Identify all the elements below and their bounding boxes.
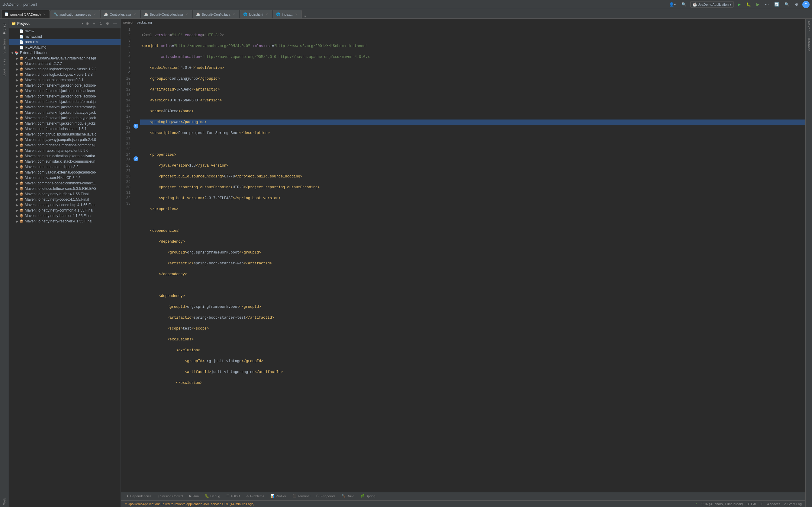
tab-build[interactable]: 🔨 Build — [338, 493, 357, 500]
tree-item-mvnw-cmd[interactable]: 📄 mvnw.cmd — [9, 34, 120, 39]
tree-item-commons-codec[interactable]: ▶ 📦 Maven: commons-codec:commons-codec:1… — [9, 180, 120, 186]
tab-more-button[interactable]: ▾ — [302, 14, 308, 18]
tree-item-netty-common[interactable]: ▶ 📦 Maven: io.netty:netty-common:4.1.55.… — [9, 208, 120, 213]
activity-bookmarks[interactable]: Bookmarks — [2, 56, 7, 79]
status-line-sep[interactable]: LF — [758, 502, 765, 506]
tree-item-classmate[interactable]: ▶ 📦 Maven: com.fasterxml:classmate:1.5.1 — [9, 126, 120, 131]
tree-item-jsonpath[interactable]: ▶ 📦 Maven: com.jayway.jsonpath:json-path… — [9, 137, 120, 143]
vcs-button[interactable]: 👤▾ — [668, 1, 677, 7]
breadcrumb-part-project[interactable]: project — [123, 20, 133, 24]
tree-item-netty-buffer[interactable]: ▶ 📦 Maven: io.netty:netty-buffer:4.1.55.… — [9, 191, 120, 197]
tree-item-hppc[interactable]: ▶ 📦 Maven: com.carrotsearch:hppc:0.8.1 — [9, 77, 120, 83]
tree-item-jakarta-activation[interactable]: ▶ 📦 Maven: com.sun.activation:jakarta.ac… — [9, 153, 120, 159]
tab-app-props-close[interactable]: ✕ — [92, 12, 97, 16]
tab-dependencies[interactable]: ⬇ Dependencies — [123, 493, 154, 500]
tab-controller-close[interactable]: ✕ — [133, 12, 137, 16]
status-event-log[interactable]: 2 Event Log — [782, 502, 804, 506]
tree-file-icon: 📦 — [19, 62, 23, 66]
tree-item-mvnw[interactable]: 📄 mvnw — [9, 29, 120, 34]
run-with-coverage-button[interactable]: ▶ — [755, 1, 761, 7]
tree-item-netty-codec-http[interactable]: ▶ 📦 Maven: io.netty:netty-codec-http:4.1… — [9, 202, 120, 208]
tab-application-properties[interactable]: 🔧 application.properties ✕ — [50, 10, 100, 18]
side-panel-scope-icon[interactable]: ⊕ — [85, 20, 90, 26]
activity-project[interactable]: Project — [2, 20, 7, 36]
side-panel-collapse-all[interactable]: ≡ — [92, 20, 96, 26]
side-panel-sort[interactable]: ⇅ — [98, 20, 103, 26]
project-name[interactable]: JPADemo — [2, 2, 18, 7]
run-button[interactable]: ▶ — [736, 1, 742, 7]
tree-arrow: ▶ — [15, 122, 19, 125]
tab-todo[interactable]: ☰ TODO — [223, 493, 243, 500]
tab-index-close[interactable]: ✕ — [294, 12, 298, 16]
tree-item-mustache[interactable]: ▶ 📦 Maven: com.github.spullara.mustache.… — [9, 131, 120, 137]
search-button[interactable]: 🔍 — [783, 1, 791, 7]
tree-item-istack[interactable]: ▶ 📦 Maven: com.sun.istack:istack-commons… — [9, 159, 120, 164]
tab-index[interactable]: 🌐 index... ✕ — [273, 10, 301, 18]
tab-version-control[interactable]: ↕ Version Control — [154, 493, 186, 500]
activity-structure[interactable]: Structure — [2, 36, 7, 56]
tab-profiler[interactable]: 📊 Profiler — [267, 493, 289, 500]
tree-item-hikari[interactable]: ▶ 📦 Maven: com.zaxxer:HikariCP:3.4.5 — [9, 175, 120, 180]
right-panel-database[interactable]: Database — [806, 34, 812, 54]
status-encoding[interactable]: UTF-8 — [745, 502, 758, 506]
tab-security-cfg-close[interactable]: ✕ — [232, 12, 236, 16]
tab-login-html[interactable]: 🌐 login.html ✕ — [240, 10, 272, 18]
tree-item-jackson-dataformat-1[interactable]: ▶ 📦 Maven: com.fasterxml.jackson.datafor… — [9, 99, 120, 104]
settings-button[interactable]: ⚙ — [793, 1, 800, 7]
tree-item-jackson-2[interactable]: ▶ 📦 Maven: com.fasterxml.jackson.core:ja… — [9, 88, 120, 94]
tab-pom-xml[interactable]: 📄 pom.xml (JPADemo) ✕ — [1, 10, 50, 18]
run-config-selector[interactable]: ☕ JpaDemoApplication ▾ — [690, 1, 734, 7]
tab-pom-xml-close[interactable]: ✕ — [42, 12, 47, 16]
tab-run[interactable]: ▶ Run — [186, 493, 202, 500]
tree-item-jackson-datatype-2[interactable]: ▶ 📦 Maven: com.fasterxml.jackson.datatyp… — [9, 115, 120, 121]
tree-item-jdk[interactable]: ▶ 📦 < 1.8 > /Library/Java/JavaVirtualMac… — [9, 56, 120, 61]
search-everywhere-button[interactable]: 🔍 — [680, 1, 688, 7]
tab-security-controller[interactable]: ☕ SecurityController.java ✕ — [141, 10, 192, 18]
tree-item-vaadin[interactable]: ▶ 📦 Maven: com.vaadin.external.google:an… — [9, 170, 120, 175]
tree-item-jackson-3[interactable]: ▶ 📦 Maven: com.fasterxml.jackson.core:ja… — [9, 94, 120, 99]
status-check[interactable]: ✓ — [693, 502, 700, 506]
tree-item-tdigest[interactable]: ▶ 📦 Maven: com.tdunning:t-digest:3.2 — [9, 164, 120, 170]
tab-controller[interactable]: ☕ Controller.java ✕ — [101, 10, 140, 18]
update-button[interactable]: 🔄 — [773, 1, 780, 7]
right-panel-maven[interactable]: Maven — [806, 19, 812, 34]
tree-item-jackson-module[interactable]: ▶ 📦 Maven: com.fasterxml.jackson.module:… — [9, 121, 120, 126]
tree-item-netty-codec[interactable]: ▶ 📦 Maven: io.netty:netty-codec:4.1.55.F… — [9, 197, 120, 202]
tree-item-readme[interactable]: 📄 README.md — [9, 45, 120, 50]
more-run-options[interactable]: ⋯ — [763, 1, 770, 7]
tab-security-config[interactable]: ☕ SecurityConfig.java ✕ — [193, 10, 240, 18]
debug-button[interactable]: 🐛 — [745, 1, 753, 7]
tree-item-jackson-dataformat-2[interactable]: ▶ 📦 Maven: com.fasterxml.jackson.datafor… — [9, 104, 120, 110]
code-content[interactable]: <?xml version="1.0" encoding="UTF-8"?> <… — [139, 26, 805, 492]
tab-terminal[interactable]: ⬛ Terminal — [289, 493, 314, 500]
tree-item-logback-classic[interactable]: ▶ 📦 Maven: ch.qos.logback:logback-classi… — [9, 66, 120, 72]
tree-item-jackson-datatype-1[interactable]: ▶ 📦 Maven: com.fasterxml.jackson.datatyp… — [9, 110, 120, 115]
tree-item-external-libraries[interactable]: ▼ 📚 External Libraries — [9, 50, 120, 56]
tree-item-mchange[interactable]: ▶ 📦 Maven: com.mchange:mchange-commons-j — [9, 143, 120, 148]
tree-item-logback-core[interactable]: ▶ 📦 Maven: ch.qos.logback:logback-core:1… — [9, 72, 120, 77]
gutter-indicator-20[interactable]: ⟳ — [134, 124, 138, 128]
tree-item-jackson-1[interactable]: ▶ 📦 Maven: com.fasterxml.jackson.core:ja… — [9, 83, 120, 88]
user-avatar[interactable]: Y — [802, 1, 810, 8]
tab-security-ctrl-close[interactable]: ✕ — [185, 12, 189, 16]
side-panel-close[interactable]: — — [112, 20, 118, 26]
tree-item-lettuce[interactable]: ▶ 📦 Maven: io.lettuce:lettuce-core:5.3.5… — [9, 186, 120, 191]
status-position[interactable]: 9:16 (31 chars, 1 line break) — [700, 502, 745, 506]
status-indent[interactable]: 4 spaces — [765, 502, 782, 506]
tree-item-label: Maven: com.vaadin.external.google:androi… — [25, 170, 96, 174]
tree-item-pom-xml[interactable]: 📄 pom.xml — [9, 39, 120, 45]
breadcrumb-part-packaging[interactable]: packaging — [137, 20, 152, 24]
tab-login-close[interactable]: ✕ — [265, 12, 269, 16]
tab-endpoints[interactable]: ⬡ Endpoints — [313, 493, 338, 500]
tree-item-antlr[interactable]: ▶ 📦 Maven: antlr:antlr:2.7.7 — [9, 61, 120, 66]
tree-item-netty-resolver[interactable]: ▶ 📦 Maven: io.netty:netty-resolver:4.1.5… — [9, 219, 120, 224]
tree-item-netty-handler[interactable]: ▶ 📦 Maven: io.netty:netty-handler:4.1.55… — [9, 213, 120, 219]
tab-spring[interactable]: 🌿 Spring — [357, 493, 378, 500]
side-panel-settings[interactable]: ⚙ — [105, 20, 111, 26]
tree-item-rabbitmq[interactable]: ▶ 📦 Maven: com.rabbitmq:amqp-client:5.9.… — [9, 148, 120, 153]
activity-web[interactable]: Web — [2, 495, 7, 507]
tab-debug[interactable]: 🐛 Debug — [202, 493, 223, 500]
status-warning[interactable]: ⚠ JpaDemoApplication: Failed to retrieve… — [123, 502, 256, 506]
tab-problems[interactable]: ⚠ Problems — [243, 493, 267, 500]
gutter-indicator-25[interactable]: ⟳ — [134, 156, 138, 161]
